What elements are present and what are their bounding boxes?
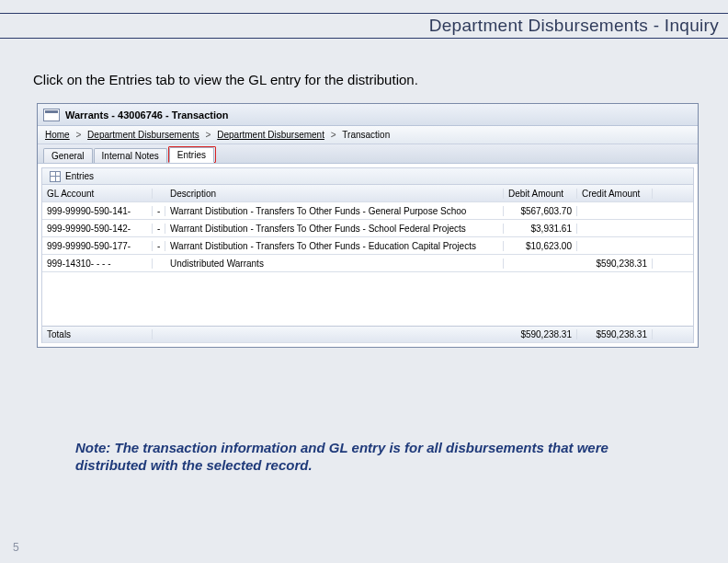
breadcrumb-sep: > [203,130,213,140]
breadcrumb: Home > Department Disbursements > Depart… [38,126,698,144]
entries-panel-header: Entries [41,167,694,185]
cell-desc: Warrant Distibution - Transfers To Other… [165,241,504,251]
tab-general[interactable]: General [43,148,93,163]
grid-header-row: GL Account Description Debit Amount Cred… [42,185,693,202]
tab-internal-notes[interactable]: Internal Notes [94,148,167,163]
totals-debit: $590,238.31 [504,329,577,339]
col-credit[interactable]: Credit Amount [577,189,653,199]
col-debit[interactable]: Debit Amount [504,189,577,199]
cell-dash: - [153,206,165,216]
header-band: Department Disbursements - Inquiry [0,13,728,39]
breadcrumb-l3: Transaction [342,130,390,140]
breadcrumb-sep: > [74,130,84,140]
window-title: Warrants - 43006746 - Transaction [65,109,229,121]
entries-panel-title: Entries [65,171,94,181]
page-title: Department Disbursements - Inquiry [429,16,719,36]
note-text: Note: The transaction information and GL… [75,440,645,475]
window-titlebar: Warrants - 43006746 - Transaction [38,104,698,126]
breadcrumb-l1[interactable]: Department Disbursements [87,130,199,140]
totals-credit: $590,238.31 [577,329,653,339]
cell-gl: 999-99990-590-177- [42,241,153,251]
instruction-text: Click on the Entries tab to view the GL … [33,72,418,87]
breadcrumb-l2[interactable]: Department Disbursement [217,130,324,140]
cell-gl: 999-99990-590-141- [42,206,153,216]
cell-gl: 999-99990-590-142- [42,224,153,234]
tab-bar: General Internal Notes Entries [38,144,698,164]
breadcrumb-home[interactable]: Home [45,130,70,140]
cell-debit: $567,603.70 [504,206,577,216]
table-row[interactable]: 999-99990-590-142- - Warrant Distibution… [42,220,693,237]
cell-debit: $3,931.61 [504,224,577,234]
col-description[interactable]: Description [165,189,504,199]
page-number: 5 [13,541,19,554]
window-icon [43,109,60,121]
cell-dash: - [153,224,165,234]
cell-desc: Warrant Distibution - Transfers To Other… [165,224,504,234]
cell-desc: Undistributed Warrants [165,259,504,269]
cell-desc: Warrant Distibution - Transfers To Other… [165,206,504,216]
grid-icon [50,171,61,182]
grid-blank-area [42,272,693,326]
cell-credit: $590,238.31 [577,259,653,269]
entries-highlight: Entries [168,146,216,163]
cell-gl: 999-14310- - - - [42,259,153,269]
table-row[interactable]: 999-99990-590-141- - Warrant Distibution… [42,202,693,220]
cell-debit: $10,623.00 [504,241,577,251]
totals-label: Totals [42,329,153,339]
tab-entries[interactable]: Entries [169,147,214,163]
breadcrumb-sep: > [328,130,338,140]
app-window: Warrants - 43006746 - Transaction Home >… [37,103,699,348]
col-gl-account[interactable]: GL Account [42,189,153,199]
table-row[interactable]: 999-14310- - - - Undistributed Warrants … [42,255,693,272]
cell-dash: - [153,241,165,251]
totals-row: Totals $590,238.31 $590,238.31 [42,326,693,343]
table-row[interactable]: 999-99990-590-177- - Warrant Distibution… [42,237,693,255]
entries-grid: GL Account Description Debit Amount Cred… [41,185,694,343]
